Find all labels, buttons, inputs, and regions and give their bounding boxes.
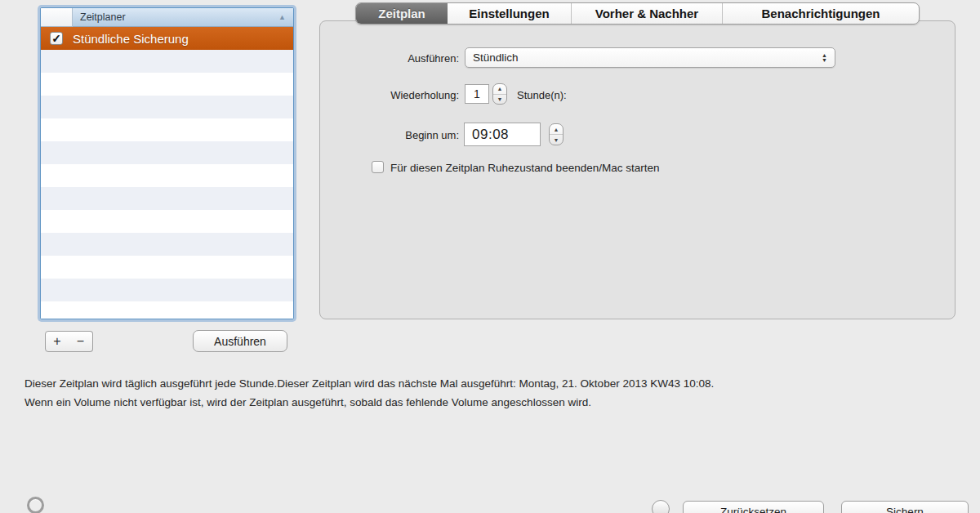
schedule-status-text-line2: Wenn ein Volume nicht verfügbar ist, wir… <box>24 396 972 408</box>
item-checkbox-checked[interactable]: ✓ <box>50 32 63 45</box>
add-schedule-button[interactable]: + <box>45 331 69 352</box>
stepper-up-icon[interactable]: ▲ <box>493 84 506 95</box>
tab-zeitplan[interactable]: Zeitplan <box>356 3 448 24</box>
scheduler-list: Zeitplaner ▲ ✓ Stündliche Sicherung <box>40 7 294 319</box>
frequency-popup-button[interactable]: Stündlich ▲▼ <box>465 47 835 68</box>
list-item[interactable] <box>41 50 293 73</box>
time-stepper[interactable]: ▲ ▼ <box>549 123 564 145</box>
schedule-status-text-line1: Dieser Zeitplan wird täglich ausgeführt … <box>24 377 972 390</box>
checkbox-column-header[interactable] <box>41 8 73 27</box>
list-item-selected[interactable]: ✓ Stündliche Sicherung <box>41 27 293 50</box>
list-header-label: Zeitplaner <box>80 11 278 23</box>
save-button[interactable]: Sichern <box>841 501 969 513</box>
start-time-label: Beginn um: <box>359 129 459 141</box>
repeat-value-field[interactable]: 1 <box>465 84 489 104</box>
list-item-label: Stündliche Sicherung <box>73 32 189 46</box>
tab-einstellungen[interactable]: Einstellungen <box>448 3 571 24</box>
revert-button[interactable]: Zurücksetzen <box>683 501 824 513</box>
remove-schedule-button[interactable]: − <box>69 331 93 352</box>
help-button[interactable] <box>652 500 670 513</box>
list-item[interactable] <box>41 233 293 256</box>
sort-ascending-icon[interactable]: ▲ <box>278 13 286 21</box>
zeitplaner-column-header[interactable]: Zeitplaner ▲ <box>73 8 293 27</box>
run-frequency-label: Ausführen: <box>359 52 459 65</box>
stepper-up-icon[interactable]: ▲ <box>550 124 563 135</box>
start-time-field[interactable]: 09:08 <box>464 123 541 146</box>
repeat-stepper[interactable]: ▲ ▼ <box>492 83 507 105</box>
list-item[interactable] <box>41 301 293 319</box>
stepper-down-icon[interactable]: ▼ <box>550 135 563 145</box>
wake-mac-checkbox[interactable] <box>372 161 384 173</box>
stepper-down-icon[interactable]: ▼ <box>493 95 506 105</box>
list-item[interactable] <box>41 73 293 96</box>
list-empty-rows <box>41 50 293 319</box>
list-item[interactable] <box>41 118 293 141</box>
list-header: Zeitplaner ▲ <box>41 8 293 27</box>
tab-vorher-nachher[interactable]: Vorher & Nachher <box>571 3 722 24</box>
check-icon: ✓ <box>51 33 61 44</box>
list-item[interactable] <box>41 256 293 279</box>
repeat-unit-label: Stunde(n): <box>517 89 567 101</box>
popup-arrows-icon: ▲▼ <box>822 53 827 62</box>
tab-benachrichtigungen[interactable]: Benachrichtigungen <box>722 3 919 24</box>
list-item[interactable] <box>41 96 293 118</box>
list-item[interactable] <box>41 141 293 164</box>
tab-bar: Zeitplan Einstellungen Vorher & Nachher … <box>355 2 920 25</box>
frequency-popup-value: Stündlich <box>473 51 822 64</box>
repeat-label: Wiederholung: <box>359 89 459 101</box>
list-item[interactable] <box>41 210 293 233</box>
run-now-button[interactable]: Ausführen <box>193 330 287 352</box>
list-item[interactable] <box>41 279 293 301</box>
round-button-icon[interactable] <box>27 497 44 513</box>
wake-mac-label: Für diesen Zeitplan Ruhezustand beenden/… <box>390 162 659 174</box>
list-item[interactable] <box>41 187 293 210</box>
list-item[interactable] <box>41 164 293 187</box>
